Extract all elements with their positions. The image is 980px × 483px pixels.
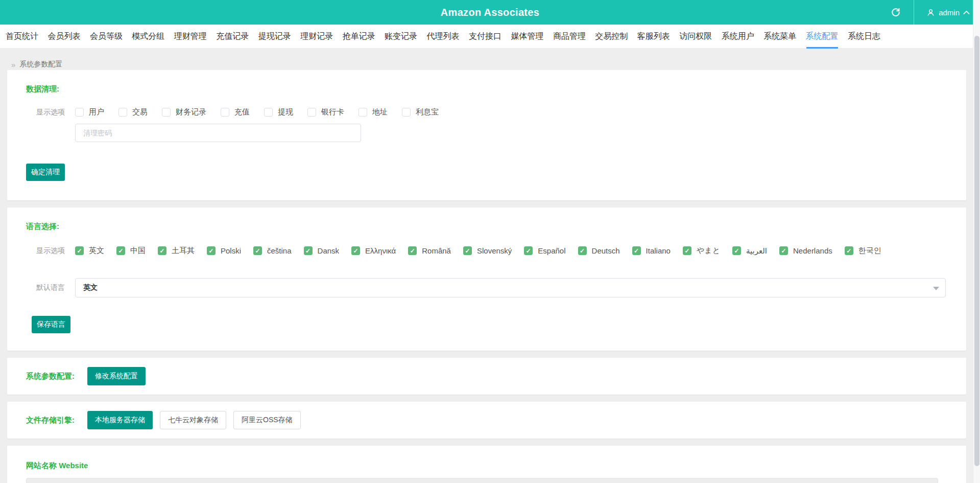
data-cleanup-card: 数据清理: 显示选项 用户 交易 财务记录 <box>7 70 966 200</box>
checkbox-unchecked-icon <box>118 108 127 117</box>
breadcrumb-label: 系统参数配置 <box>19 60 62 69</box>
language-option-checkbox[interactable]: Nederlands <box>779 246 832 255</box>
default-language-label: 默认语言 <box>26 283 65 292</box>
nav-tab[interactable]: 商品管理 <box>553 25 586 49</box>
checkbox-unchecked-icon <box>358 108 367 117</box>
checkbox-checked-icon <box>683 246 691 255</box>
nav-tab[interactable]: 交易控制 <box>595 25 628 49</box>
language-option-checkbox[interactable]: 土耳其 <box>158 246 195 256</box>
cleanup-options-label: 显示选项 <box>26 108 65 117</box>
nav-tab[interactable]: 充值记录 <box>216 25 249 49</box>
language-card: 语言选择: 显示选项 英文 中国 土耳其 <box>7 208 966 351</box>
refresh-icon[interactable] <box>887 0 904 25</box>
checkbox-unchecked-icon <box>75 108 84 117</box>
header-divider <box>914 0 914 25</box>
main-nav: 首页统计 会员列表 会员等级 模式分组 理财管理 充值记录 提现记录 理财记录 … <box>0 25 980 49</box>
nav-tab[interactable]: 支付接口 <box>469 25 501 49</box>
checkbox-checked-icon <box>408 246 417 255</box>
language-title: 语言选择: <box>26 222 966 232</box>
default-language-select[interactable]: 英文 <box>75 278 946 297</box>
language-option-checkbox[interactable]: Slovenský <box>463 246 512 255</box>
chevron-up-icon <box>963 10 970 15</box>
cleanup-options: 用户 交易 财务记录 充值 提现 <box>75 107 966 117</box>
language-option-checkbox[interactable]: Ελληνικά <box>351 246 396 255</box>
vertical-scrollbar-thumb[interactable] <box>974 36 979 466</box>
language-options-label: 显示选项 <box>26 246 65 256</box>
checkbox-checked-icon <box>779 246 788 255</box>
nav-tab[interactable]: 首页统计 <box>6 25 38 49</box>
nav-tab[interactable]: 客服列表 <box>637 25 670 49</box>
checkbox-checked-icon <box>253 246 262 255</box>
nav-tab[interactable]: 系统日志 <box>848 25 880 49</box>
nav-tab[interactable]: 理财管理 <box>174 25 207 49</box>
nav-tab[interactable]: 理财记录 <box>300 25 333 49</box>
cleanup-option-checkbox[interactable]: 用户 <box>75 107 104 117</box>
checkbox-checked-icon <box>524 246 533 255</box>
breadcrumb: » 系统参数配置 <box>0 49 980 70</box>
language-option-checkbox[interactable]: Română <box>408 246 451 255</box>
language-option-checkbox[interactable]: Polski <box>207 246 241 255</box>
checkbox-checked-icon <box>351 246 360 255</box>
nav-tab[interactable]: 代理列表 <box>427 25 460 49</box>
system-config-title: 系统参数配置: <box>26 372 75 381</box>
user-icon <box>926 8 935 17</box>
storage-engine-buttons: 文件存储引擎: 本地服务器存储 七牛云对象存储 阿里云OSS存储 <box>7 402 966 439</box>
modify-system-config-button[interactable]: 修改系统配置 <box>87 367 146 385</box>
default-language-value: 英文 <box>83 283 98 292</box>
checkbox-unchecked-icon <box>402 108 411 117</box>
vertical-scrollbar-track[interactable] <box>973 0 980 483</box>
website-name-input[interactable] <box>26 478 938 483</box>
storage-engine-button[interactable]: 阿里云OSS存储 <box>233 411 301 429</box>
language-option-checkbox[interactable]: 中国 <box>116 246 146 256</box>
cleanup-password-input[interactable] <box>75 124 361 142</box>
cleanup-option-checkbox[interactable]: 利息宝 <box>402 107 439 117</box>
checkbox-checked-icon <box>304 246 313 255</box>
cleanup-option-checkbox[interactable]: 提现 <box>264 107 293 117</box>
nav-tab[interactable]: 系统用户 <box>722 25 754 49</box>
cleanup-option-checkbox[interactable]: 银行卡 <box>307 107 344 117</box>
nav-tab[interactable]: 会员等级 <box>90 25 123 49</box>
breadcrumb-chevrons-icon: » <box>11 60 15 69</box>
website-name-title: 网站名称 Website <box>26 461 966 471</box>
nav-tab[interactable]: 抢单记录 <box>343 25 375 49</box>
cleanup-option-checkbox[interactable]: 充值 <box>221 107 250 117</box>
language-option-checkbox[interactable]: Italiano <box>632 246 671 255</box>
app-header: Amazon Associates admin <box>0 0 980 25</box>
nav-tab[interactable]: 模式分组 <box>132 25 164 49</box>
confirm-cleanup-button[interactable]: 确定清理 <box>26 164 65 181</box>
nav-tab[interactable]: 系统配置 <box>806 25 839 49</box>
cleanup-option-checkbox[interactable]: 财务记录 <box>162 107 206 117</box>
nav-tab[interactable]: 提现记录 <box>258 25 291 49</box>
language-option-checkbox[interactable]: やまと <box>683 246 720 256</box>
nav-tab[interactable]: 系统菜单 <box>763 25 796 49</box>
nav-tab[interactable]: 会员列表 <box>47 25 80 49</box>
checkbox-checked-icon <box>632 246 641 255</box>
storage-engine-button[interactable]: 七牛云对象存储 <box>160 411 226 429</box>
checkbox-checked-icon <box>207 246 216 255</box>
save-language-button[interactable]: 保存语言 <box>32 316 70 333</box>
language-option-checkbox[interactable]: čeština <box>253 246 292 255</box>
language-options: 英文 中国 土耳其 Polski <box>75 246 966 256</box>
language-option-checkbox[interactable]: Dansk <box>304 246 340 255</box>
website-name-card: 网站名称 Website <box>7 446 966 483</box>
language-option-checkbox[interactable]: Deutsch <box>578 246 620 255</box>
storage-engine-button[interactable]: 本地服务器存储 <box>87 411 153 429</box>
cleanup-option-checkbox[interactable]: 交易 <box>118 107 148 117</box>
storage-engine-card: 文件存储引擎: 本地服务器存储 七牛云对象存储 阿里云OSS存储 <box>7 402 966 439</box>
cleanup-title: 数据清理: <box>26 84 966 94</box>
checkbox-unchecked-icon <box>221 108 229 117</box>
checkbox-checked-icon <box>463 246 472 255</box>
language-option-checkbox[interactable]: 英文 <box>75 246 104 256</box>
checkbox-checked-icon <box>845 246 853 255</box>
language-option-checkbox[interactable]: 한국인 <box>845 246 881 256</box>
nav-tab[interactable]: 账变记录 <box>385 25 417 49</box>
nav-tab[interactable]: 访问权限 <box>679 25 712 49</box>
cleanup-option-checkbox[interactable]: 地址 <box>358 107 388 117</box>
user-menu[interactable]: admin <box>923 0 973 25</box>
app-title: Amazon Associates <box>0 7 980 18</box>
checkbox-checked-icon <box>158 246 166 255</box>
nav-tab[interactable]: 媒体管理 <box>511 25 543 49</box>
checkbox-checked-icon <box>578 246 587 255</box>
language-option-checkbox[interactable]: العربية <box>732 246 767 256</box>
language-option-checkbox[interactable]: Español <box>524 246 565 255</box>
